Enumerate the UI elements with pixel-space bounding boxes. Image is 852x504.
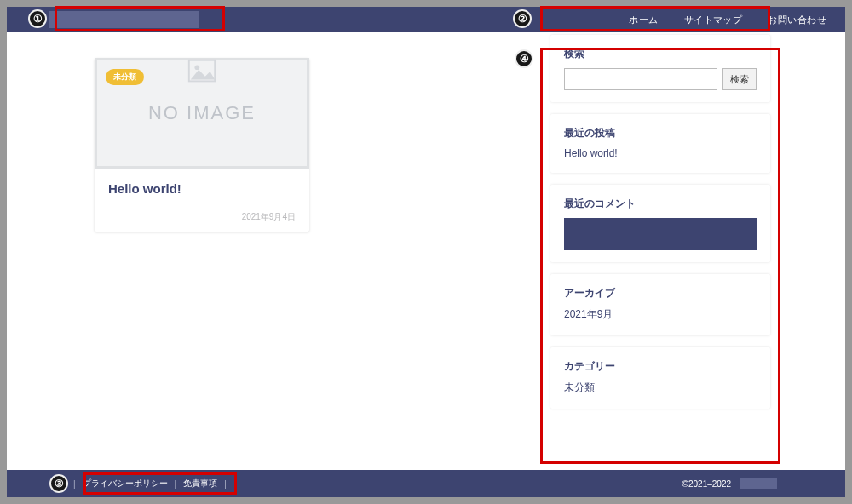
footer-disclaimer[interactable]: 免責事項 xyxy=(183,478,217,490)
search-input[interactable] xyxy=(564,68,717,90)
recent-comments-title: 最近のコメント xyxy=(564,197,757,211)
post-date: 2021年9月4日 xyxy=(108,211,296,223)
copyright-text: ©2021–2022 xyxy=(682,479,731,489)
search-button[interactable]: 検索 xyxy=(722,68,757,90)
no-image-icon xyxy=(186,55,218,88)
sidebar: 検索 検索 最近の投稿 Hello world! 最近のコメント アーカイブ 2… xyxy=(550,35,770,409)
annotation-4-circle: ④ xyxy=(515,49,533,68)
footer-separator: | xyxy=(224,479,227,489)
nav-home[interactable]: ホーム xyxy=(629,14,658,26)
post-title[interactable]: Hello world! xyxy=(108,181,296,196)
footer-copyright: ©2021–2022 xyxy=(682,478,777,489)
annotation-2-circle: ② xyxy=(513,9,532,28)
post-card[interactable]: 未分類 NO IMAGE Hello world! 2021年9月4日 xyxy=(95,58,309,232)
content-area: 未分類 NO IMAGE Hello world! 2021年9月4日 検索 xyxy=(7,32,845,470)
footer-separator: | xyxy=(73,479,76,489)
header-nav: ホーム サイトマップ お問い合わせ xyxy=(629,14,835,26)
footer-links: | プライバシーポリシー | 免責事項 | xyxy=(66,478,233,490)
category-link[interactable]: 未分類 xyxy=(564,381,757,395)
widget-recent-posts: 最近の投稿 Hello world! xyxy=(550,114,770,173)
site-logo[interactable] xyxy=(49,11,199,28)
annotation-3-circle: ③ xyxy=(49,474,68,493)
no-image-label: NO IMAGE xyxy=(148,102,256,124)
footer-logo xyxy=(740,478,777,489)
widget-recent-comments: 最近のコメント xyxy=(550,185,770,262)
nav-contact[interactable]: お問い合わせ xyxy=(768,14,826,26)
footer-privacy[interactable]: プライバシーポリシー xyxy=(83,478,168,490)
annotation-1-circle: ① xyxy=(28,9,47,28)
svg-point-1 xyxy=(194,65,199,70)
recent-posts-title: 最近の投稿 xyxy=(564,126,757,140)
footer-separator: | xyxy=(175,479,177,489)
widget-archive: アーカイブ 2021年9月 xyxy=(550,274,770,335)
category-badge[interactable]: 未分類 xyxy=(106,69,144,85)
recent-comments-block xyxy=(564,218,757,250)
archive-title: アーカイブ xyxy=(564,286,757,301)
page: ホーム サイトマップ お問い合わせ 未分類 NO IMAGE Hello wor… xyxy=(7,7,845,497)
widget-category: カテゴリー 未分類 xyxy=(550,347,770,409)
nav-sitemap[interactable]: サイトマップ xyxy=(684,14,743,26)
archive-link[interactable]: 2021年9月 xyxy=(564,307,757,322)
category-title: カテゴリー xyxy=(564,359,757,374)
search-title: 検索 xyxy=(564,47,757,61)
site-footer: | プライバシーポリシー | 免責事項 | ©2021–2022 xyxy=(7,470,845,497)
widget-search: 検索 検索 xyxy=(550,35,770,102)
site-header: ホーム サイトマップ お問い合わせ xyxy=(7,7,845,32)
post-thumbnail: 未分類 NO IMAGE xyxy=(95,58,309,169)
post-body: Hello world! 2021年9月4日 xyxy=(95,169,309,232)
recent-post-link[interactable]: Hello world! xyxy=(564,147,757,159)
